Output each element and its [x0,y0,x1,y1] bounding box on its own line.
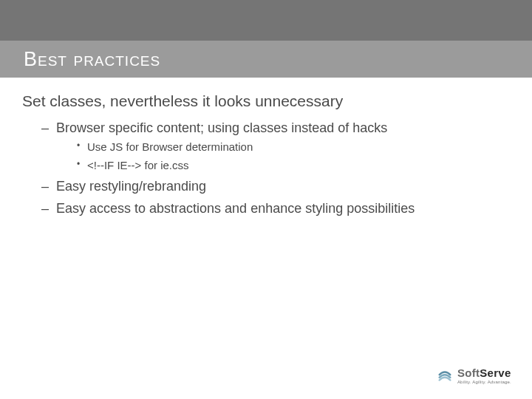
logo-text: SoftServe Ability. Agility. Advantage. [457,367,511,384]
logo-swirl-icon [437,368,453,384]
slide-title: Best practices [24,48,160,71]
list-item: Browser specific content; using classes … [41,119,510,173]
content-heading: Set classes, nevertheless it looks unnec… [22,92,510,110]
list-item: Easy access to abstractions and enhance … [41,200,510,217]
list-item-label: <!--IF IE--> for ie.css [87,159,189,171]
list-item: Use JS for Browser determination [77,140,510,154]
logo-tagline: Ability. Agility. Advantage. [457,380,511,384]
bullet-list: Browser specific content; using classes … [22,119,510,217]
logo-name: SoftServe [457,367,511,378]
logo-name-soft: Soft [457,366,480,379]
list-item-label: Easy access to abstractions and enhance … [56,201,415,216]
list-item-label: Use JS for Browser determination [87,140,253,153]
header-spacer [0,0,532,41]
list-item: Easy restyling/rebranding [41,177,510,195]
brand-logo: SoftServe Ability. Agility. Advantage. [437,367,511,384]
title-bar: Best practices [0,41,532,78]
list-item-label: Easy restyling/rebranding [56,179,206,194]
logo-name-serve: Serve [480,366,511,379]
list-item-label: Browser specific content; using classes … [56,120,387,135]
sub-bullet-list: Use JS for Browser determination <!--IF … [56,140,510,173]
content-area: Set classes, nevertheless it looks unnec… [0,78,532,217]
list-item: <!--IF IE--> for ie.css [77,158,510,173]
